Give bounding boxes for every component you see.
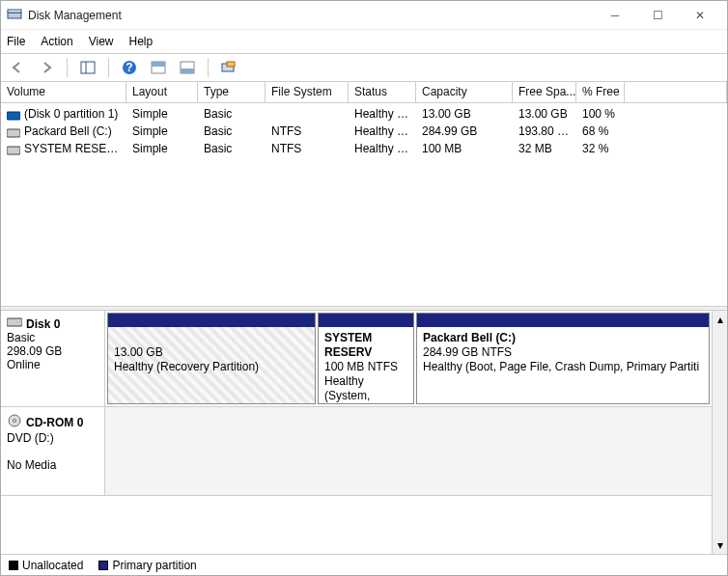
col-pfree[interactable]: % Free [576,82,625,102]
disk-row-cdrom: CD-ROM 0 DVD (D:) No Media [1,407,712,496]
menu-view[interactable]: View [89,35,114,48]
cdrom-state: No Media [7,458,98,472]
view-top-button[interactable] [148,57,169,78]
legend-unallocated: Unallocated [22,559,83,572]
partition-title: Packard Bell (C:) [423,331,516,344]
col-status[interactable]: Status [349,82,416,102]
disk-state: Online [7,358,98,371]
swatch-primary [98,561,108,570]
cell-free: 193.80 GB [513,124,576,138]
disk-kind: Basic [7,331,98,344]
drive-icon [7,110,20,120]
partition-recovery[interactable]: 13.00 GBHealthy (Recovery Partition) [107,313,316,404]
window-title: Disk Management [28,9,594,22]
partition-header-bar [108,314,315,327]
cell-pfree: 68 % [576,124,625,138]
graphical-view: Disk 0 Basic 298.09 GB Online 13.00 GBHe… [1,310,727,554]
svg-rect-13 [7,129,20,137]
table-row[interactable]: SYSTEM RESERVED Simple Basic NTFS Health… [1,140,727,157]
disk-icon [7,316,22,331]
cell-free: 13.00 GB [513,107,576,121]
cell-capacity: 100 MB [416,142,513,155]
help-button[interactable]: ? [119,57,140,78]
disk-name: Disk 0 [26,317,60,331]
partition-system-reserved[interactable]: SYSTEM RESERV100 MB NTFSHealthy (System, [318,313,414,404]
col-layout[interactable]: Layout [126,82,198,102]
volume-name: (Disk 0 partition 1) [24,107,118,121]
partition-size: 13.00 GB [114,345,163,359]
menubar: File Action View Help [1,30,727,53]
cell-type: Basic [198,124,266,138]
cell-pfree: 100 % [576,107,625,121]
partition-sub: 284.99 GB NTFS [423,345,512,359]
menu-help[interactable]: Help [129,35,154,48]
svg-rect-11 [227,62,235,67]
cell-layout: Simple [126,142,198,155]
show-hide-tree-button[interactable] [77,57,98,78]
table-row[interactable]: (Disk 0 partition 1) Simple Basic Health… [1,105,727,123]
close-button[interactable]: ✕ [679,2,721,29]
svg-rect-7 [152,62,165,67]
svg-rect-12 [7,112,20,120]
legend-primary: Primary partition [112,559,196,572]
col-filesystem[interactable]: File System [266,82,349,102]
cdrom-kind: DVD (D:) [7,431,98,445]
col-type[interactable]: Type [198,82,266,102]
disk-label[interactable]: CD-ROM 0 DVD (D:) No Media [1,407,105,495]
maximize-button[interactable]: ☐ [636,2,679,29]
cell-capacity: 13.00 GB [416,107,513,121]
back-button[interactable] [7,57,28,78]
legend: Unallocated Primary partition [1,554,727,575]
volume-name: Packard Bell (C:) [24,124,112,138]
svg-rect-1 [8,10,21,13]
drive-icon [7,145,20,154]
cell-free: 32 MB [513,142,576,155]
col-free[interactable]: Free Spa... [513,82,576,102]
svg-rect-14 [7,147,20,154]
partition-header-bar [319,314,413,327]
volume-list: (Disk 0 partition 1) Simple Basic Health… [1,103,727,306]
col-spacer [625,82,727,102]
svg-rect-0 [8,13,21,18]
svg-rect-15 [7,318,22,326]
cell-layout: Simple [126,124,198,138]
partition-sub: 100 MB NTFS [324,360,398,373]
forward-button[interactable] [36,57,57,78]
swatch-unallocated [9,561,18,570]
menu-action[interactable]: Action [41,35,72,48]
cell-pfree: 32 % [576,142,625,155]
toolbar: ? [1,53,727,82]
scroll-down-icon[interactable]: ▾ [717,538,723,552]
cell-status: Healthy (R... [349,107,416,121]
scroll-up-icon[interactable]: ▴ [717,313,723,326]
disk-row-disk0: Disk 0 Basic 298.09 GB Online 13.00 GBHe… [1,311,712,407]
menu-file[interactable]: File [7,35,25,48]
cdrom-icon [7,413,22,431]
drive-icon [7,127,20,137]
col-volume[interactable]: Volume [1,82,126,102]
cell-fs: NTFS [266,124,349,138]
col-capacity[interactable]: Capacity [416,82,513,102]
minimize-button[interactable]: ─ [594,2,636,29]
cell-fs: NTFS [266,142,349,155]
cdrom-empty-area [105,407,712,495]
column-headers: Volume Layout Type File System Status Ca… [1,82,727,103]
partition-status: Healthy (System, [324,374,370,402]
settings-button[interactable] [218,57,239,78]
view-bottom-button[interactable] [177,57,198,78]
svg-rect-2 [81,62,95,73]
titlebar: Disk Management ─ ☐ ✕ [1,1,727,30]
cell-status: Healthy (S... [349,142,416,155]
cell-layout: Simple [126,107,198,121]
disk-label[interactable]: Disk 0 Basic 298.09 GB Online [1,311,105,406]
partition-title: SYSTEM RESERV [324,331,372,359]
cdrom-name: CD-ROM 0 [26,416,83,429]
svg-text:?: ? [126,61,132,74]
cell-status: Healthy (B... [349,124,416,138]
volume-name: SYSTEM RESERVED [24,142,126,155]
vertical-scrollbar[interactable]: ▴ ▾ [712,311,727,554]
svg-point-17 [14,420,16,423]
partition-header-bar [417,314,709,327]
table-row[interactable]: Packard Bell (C:) Simple Basic NTFS Heal… [1,123,727,140]
partition-packard-bell-c[interactable]: Packard Bell (C:)284.99 GB NTFSHealthy (… [416,313,710,404]
